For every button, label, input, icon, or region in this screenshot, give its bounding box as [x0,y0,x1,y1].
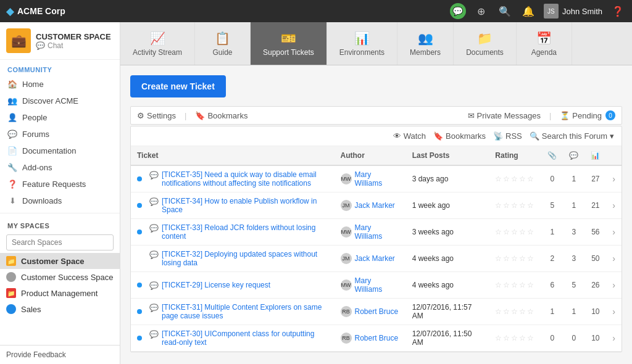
logo-icon: ◆ [6,6,14,17]
rating-stars[interactable]: ☆☆☆☆☆ [495,228,535,236]
private-messages-btn[interactable]: ✉ Private Messages [468,111,541,120]
tab-environments[interactable]: 📊 Environments [327,22,397,65]
space-customer-success[interactable]: Customer Success Space [0,269,120,285]
ticket-title-cell: 💬 [TICKET-33] Reload JCR folders without… [143,219,335,246]
sales-icon [6,304,16,314]
sidebar-item-downloads[interactable]: ⬇Downloads [0,192,120,209]
row-arrow[interactable]: › [606,325,622,352]
ticket-link[interactable]: [TICKET-34] How to enable Publish workfl… [162,197,328,214]
sidebar-item-documentation[interactable]: 📄Documentation [0,143,120,159]
row-arrow[interactable]: › [606,192,622,219]
people-icon: 👤 [7,113,17,122]
create-ticket-button[interactable]: Create new Ticket [130,75,226,97]
watch-icon: 👁 [393,131,401,141]
table-row: 💬 [TICKET-35] Need a quick way to disabl… [131,165,622,192]
pending-btn[interactable]: ⏳ Pending 0 [560,110,615,120]
app-logo: ◆ ACME Corp [6,6,65,17]
ticket-link[interactable]: [TICKET-33] Reload JCR folders without l… [162,223,328,241]
members-icon: 👥 [418,31,433,46]
search-spaces-input[interactable] [6,234,114,250]
sidebar-item-home[interactable]: 🏠Home [0,76,120,93]
views-count: 26 [584,272,606,299]
row-arrow[interactable]: › [606,165,622,192]
views-count: 21 [584,192,606,219]
add-icon[interactable]: ⊕ [473,3,489,19]
agenda-icon: 📅 [536,31,552,46]
settings-btn[interactable]: ⚙ Settings [137,111,176,120]
tab-activity-stream[interactable]: 📈 Activity Stream [120,22,195,65]
row-arrow[interactable]: › [606,219,622,246]
rating-stars[interactable]: ☆☆☆☆☆ [495,334,535,342]
author-name[interactable]: Mary Williams [355,170,400,188]
author-cell: MW Mary Williams [335,219,406,246]
space-logo: 💼 [6,28,31,53]
search-icon[interactable]: 🔍 [497,3,513,19]
rating-stars[interactable]: ☆☆☆☆☆ [495,254,535,263]
tab-guide[interactable]: 📋 Guide [195,22,251,65]
replies-count: 1 [563,165,584,192]
dropdown-arrow-icon: ▾ [610,131,614,141]
ticket-link[interactable]: [TICKET-30] UIComponent class for output… [162,329,328,347]
table-bookmarks-btn[interactable]: 🔖 Bookmarks [433,131,486,141]
row-arrow[interactable]: › [606,246,622,272]
chat-link[interactable]: 💬 Chat [36,41,111,50]
author-avatar: JM [341,253,352,264]
rating-stars[interactable]: ☆☆☆☆☆ [495,175,535,183]
rating-stars[interactable]: ☆☆☆☆☆ [495,307,535,316]
ticket-title-cell: 💬 [TICKET-35] Need a quick way to disabl… [143,165,335,192]
watch-btn[interactable]: 👁 Watch [393,131,426,141]
space-customer[interactable]: 📁 Customer Space [0,253,120,269]
search-forum-icon: 🔍 [530,131,539,141]
search-forum-btn[interactable]: 🔍 Search this Forum ▾ [530,131,614,141]
table-header-row: Ticket Author Last Posts Rating 📎 💬 📊 [131,146,622,165]
rating-stars[interactable]: ☆☆☆☆☆ [495,281,535,289]
row-arrow[interactable]: › [606,299,622,325]
author-name[interactable]: Robert Bruce [355,307,399,316]
tab-support-tickets[interactable]: 🎫 Support Tickets [251,22,327,65]
row-arrow[interactable]: › [606,272,622,299]
ticket-link[interactable]: [TICKET-35] Need a quick way to disable … [162,170,328,188]
app-name: ACME Corp [17,6,65,16]
guide-icon: 📋 [215,31,230,46]
last-post-cell: 12/07/2016, 11:50 AM [406,325,489,352]
author-name[interactable]: Jack Marker [355,201,395,210]
discover-icon: 👥 [7,96,17,105]
ticket-link[interactable]: [TICKET-32] Deploying updated spaces wit… [162,250,328,267]
author-name[interactable]: Mary Williams [355,276,400,294]
main-content: 📈 Activity Stream 📋 Guide 🎫 Support Tick… [120,22,632,364]
bookmarks-btn[interactable]: 🔖 Bookmarks [195,111,247,120]
rating-cell: ☆☆☆☆☆ [489,192,541,219]
sidebar-item-discover[interactable]: 👥Discover ACME [0,93,120,109]
author-name[interactable]: Jack Marker [355,254,395,263]
chat-icon[interactable]: 💬 [450,3,466,19]
rss-btn[interactable]: 📡 RSS [493,131,522,141]
chevron-right-icon: › [612,227,615,237]
space-sales[interactable]: Sales [0,301,120,317]
unread-dot [137,309,142,314]
ticket-title-cell: 💬 [TICKET-32] Deploying updated spaces w… [143,246,335,272]
user-menu[interactable]: JS John Smith [544,4,602,19]
bell-icon[interactable]: 🔔 [520,3,536,19]
provide-feedback-btn[interactable]: Provide Feedback [0,345,120,364]
author-name[interactable]: Robert Bruce [355,334,399,342]
attach-count: 0 [541,325,563,352]
user-avatar: JS [544,4,559,19]
views-count: 10 [584,299,606,325]
author-name[interactable]: Mary Williams [355,223,400,241]
tab-members[interactable]: 👥 Members [397,22,454,65]
col-author: Author [335,146,406,165]
sidebar-item-forums[interactable]: 💬Forums [0,126,120,143]
tab-documents[interactable]: 📁 Documents [454,22,517,65]
rating-stars[interactable]: ☆☆☆☆☆ [495,201,535,210]
downloads-icon: ⬇ [7,196,17,205]
last-post-cell: 3 days ago [406,165,489,192]
sidebar-item-addons[interactable]: 🔧Add-ons [0,159,120,176]
unread-dot [137,203,142,208]
sidebar-item-people[interactable]: 👤People [0,109,120,126]
tab-agenda[interactable]: 📅 Agenda [517,22,572,65]
space-product-management[interactable]: 📁 Product Management [0,285,120,301]
sidebar-item-feature-requests[interactable]: ❓Feature Requests [0,176,120,192]
help-icon[interactable]: ❓ [610,3,626,19]
ticket-link[interactable]: [TICKET-29] License key request [162,281,270,289]
ticket-link[interactable]: [TICKET-31] Multiple Content Explorers o… [162,303,328,320]
